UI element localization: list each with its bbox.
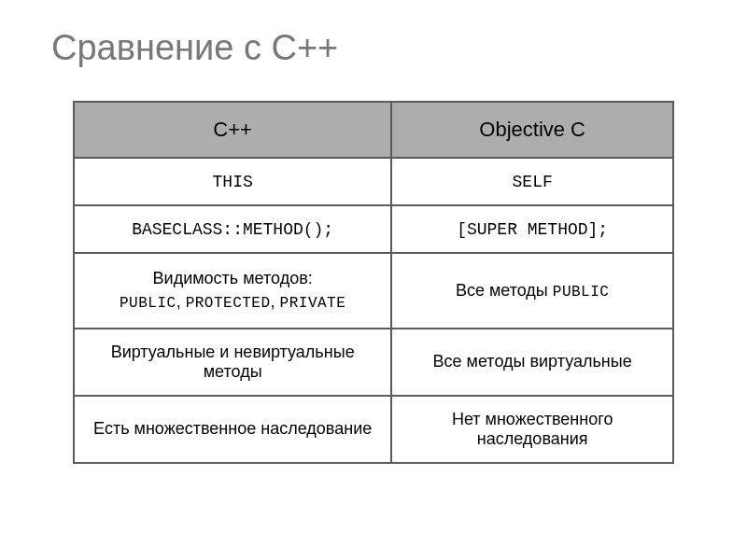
code-text: [SUPER METHOD]; [457,220,608,239]
table-header-row: C++ Objective C [74,102,673,158]
keyword-public: PUBLIC [553,284,610,301]
comma: , [176,292,186,311]
cell-virtual-methods: Виртуальные и невиртуальные методы [74,329,391,396]
header-col1: C++ [74,102,391,158]
cell-no-multiple-inheritance: Нет множественного наследования [391,396,673,463]
table-row: Виртуальные и невиртуальные методы Все м… [74,329,673,396]
cell-self: SELF [391,158,673,205]
cell-this: THIS [74,158,391,205]
code-text: BASECLASS::METHOD(); [132,220,333,239]
slide-title: Сравнение с C++ [47,28,700,68]
cell-text: Нет множественного наследования [452,410,613,448]
cell-visibility: Видимость методов: PUBLIC, PROTECTED, PR… [74,253,391,329]
keyword-protected: PROTECTED [186,295,271,312]
cell-all-public: Все методы PUBLIC [391,253,673,329]
code-text: THIS [213,173,253,191]
cell-all-virtual: Все методы виртуальные [391,329,673,396]
code-text: SELF [513,173,553,191]
keyword-private: PRIVATE [280,295,346,312]
cell-text: Есть множественное наследование [93,419,372,438]
comparison-table: C++ Objective C THIS SELF BASECLASS::MET… [73,101,674,464]
cell-multiple-inheritance: Есть множественное наследование [74,396,391,463]
keyword-public: PUBLIC [120,295,176,312]
visibility-label: Видимость методов: [153,269,313,287]
table-row: Есть множественное наследование Нет множ… [74,396,673,463]
header-col2: Objective C [391,102,673,158]
table-row: THIS SELF [74,158,673,205]
comma: , [271,292,280,311]
cell-text: Все методы виртуальные [433,352,632,371]
table-row: BASECLASS::METHOD(); [SUPER METHOD]; [74,205,673,253]
cell-baseclass-method: BASECLASS::METHOD(); [74,205,391,253]
cell-super-method: [SUPER METHOD]; [391,205,673,253]
table-row: Видимость методов: PUBLIC, PROTECTED, PR… [74,253,673,329]
cell-text: Виртуальные и невиртуальные методы [111,343,355,381]
all-methods-text: Все методы [456,281,553,300]
